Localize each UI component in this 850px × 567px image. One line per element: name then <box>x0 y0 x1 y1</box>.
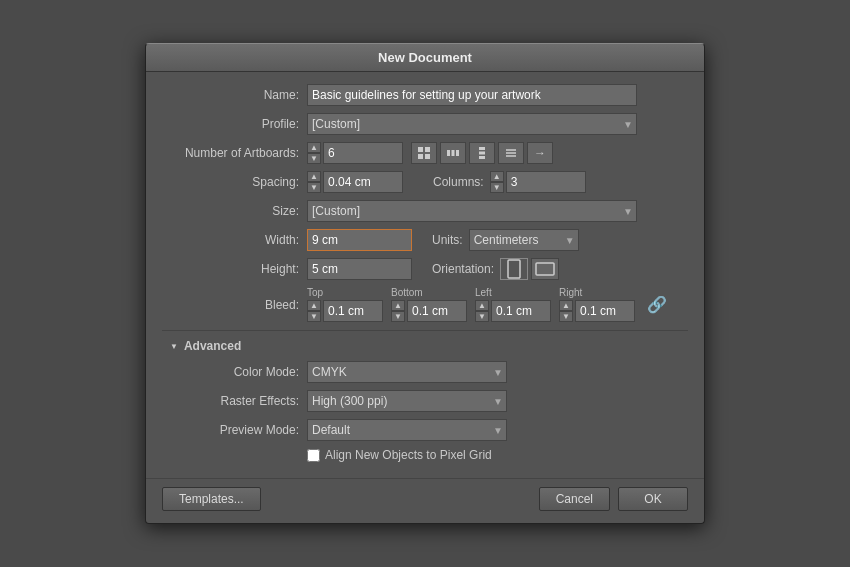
grid-layout-icon[interactable] <box>411 142 437 164</box>
color-mode-label: Color Mode: <box>162 365 307 379</box>
svg-rect-5 <box>452 150 455 156</box>
arrow-right-icon[interactable]: → <box>527 142 553 164</box>
bleed-bottom-down[interactable]: ▼ <box>391 311 405 322</box>
bleed-top-field: Top ▲ ▼ <box>307 287 383 322</box>
columns-spinner-btns: ▲ ▼ <box>490 171 504 193</box>
cancel-button[interactable]: Cancel <box>539 487 610 511</box>
columns-down-btn[interactable]: ▼ <box>490 182 504 193</box>
artboards-row: Number of Artboards: ▲ ▼ <box>162 142 688 164</box>
color-mode-select[interactable]: CMYK RGB <box>307 361 507 383</box>
col-layout-icon[interactable] <box>469 142 495 164</box>
ok-button[interactable]: OK <box>618 487 688 511</box>
bleed-left-input[interactable] <box>491 300 551 322</box>
size-select-wrapper: [Custom] ▼ <box>307 200 637 222</box>
bleed-right-spinner: ▲ ▼ <box>559 300 635 322</box>
bleed-top-input[interactable] <box>323 300 383 322</box>
artboards-down-btn[interactable]: ▼ <box>307 153 321 164</box>
height-label: Height: <box>162 262 307 276</box>
svg-rect-3 <box>425 154 430 159</box>
bleed-right-input[interactable] <box>575 300 635 322</box>
divider <box>162 330 688 331</box>
bleed-left-btns: ▲ ▼ <box>475 300 489 322</box>
bleed-top-up[interactable]: ▲ <box>307 300 321 311</box>
spacing-down-btn[interactable]: ▼ <box>307 182 321 193</box>
portrait-orientation-btn[interactable] <box>500 258 528 280</box>
width-row: Width: Units: Centimeters Millimeters In… <box>162 229 688 251</box>
profile-select-wrapper: [Custom] ▼ <box>307 113 637 135</box>
align-pixel-checkbox[interactable] <box>307 449 320 462</box>
width-label: Width: <box>162 233 307 247</box>
row-layout-icon[interactable] <box>440 142 466 164</box>
preview-select-wrapper: Default Pixel Overprint ▼ <box>307 419 507 441</box>
svg-rect-7 <box>479 147 485 150</box>
orientation-group: Orientation: <box>432 258 559 280</box>
bleed-bottom-input[interactable] <box>407 300 467 322</box>
units-select[interactable]: Centimeters Millimeters Inches Points Pi… <box>469 229 579 251</box>
bleed-top-spinner: ▲ ▼ <box>307 300 383 322</box>
bleed-top-label: Top <box>307 287 323 298</box>
bleed-bottom-up[interactable]: ▲ <box>391 300 405 311</box>
bleed-top-down[interactable]: ▼ <box>307 311 321 322</box>
svg-rect-2 <box>418 154 423 159</box>
landscape-orientation-btn[interactable] <box>531 258 559 280</box>
size-select[interactable]: [Custom] <box>307 200 637 222</box>
bleed-right-down[interactable]: ▼ <box>559 311 573 322</box>
height-input[interactable] <box>307 258 412 280</box>
profile-label: Profile: <box>162 117 307 131</box>
name-input[interactable] <box>307 84 637 106</box>
raster-select[interactable]: High (300 ppi) Medium (150 ppi) Low (72 … <box>307 390 507 412</box>
spacing-input[interactable] <box>323 171 403 193</box>
spacing-up-btn[interactable]: ▲ <box>307 171 321 182</box>
bleed-right-up[interactable]: ▲ <box>559 300 573 311</box>
units-group: Units: Centimeters Millimeters Inches Po… <box>432 229 579 251</box>
advanced-section: ▼ Advanced Color Mode: CMYK RGB ▼ Raster… <box>162 339 688 462</box>
artboards-spinner: ▲ ▼ <box>307 142 403 164</box>
arrange-down-icon[interactable] <box>498 142 524 164</box>
advanced-header[interactable]: ▼ Advanced <box>162 339 688 353</box>
bleed-link-icon[interactable]: 🔗 <box>647 295 667 314</box>
svg-rect-1 <box>425 147 430 152</box>
artboards-up-btn[interactable]: ▲ <box>307 142 321 153</box>
columns-up-btn[interactable]: ▲ <box>490 171 504 182</box>
name-row: Name: <box>162 84 688 106</box>
columns-input[interactable] <box>506 171 586 193</box>
templates-button[interactable]: Templates... <box>162 487 261 511</box>
bleed-left-up[interactable]: ▲ <box>475 300 489 311</box>
svg-rect-13 <box>508 260 520 278</box>
artboards-input[interactable] <box>323 142 403 164</box>
artboards-label: Number of Artboards: <box>162 146 307 160</box>
bleed-left-spinner: ▲ ▼ <box>475 300 551 322</box>
svg-rect-9 <box>479 156 485 159</box>
preview-select[interactable]: Default Pixel Overprint <box>307 419 507 441</box>
raster-select-wrapper: High (300 ppi) Medium (150 ppi) Low (72 … <box>307 390 507 412</box>
spacing-label: Spacing: <box>162 175 307 189</box>
bleed-bottom-spinner: ▲ ▼ <box>391 300 467 322</box>
bleed-right-btns: ▲ ▼ <box>559 300 573 322</box>
svg-rect-0 <box>418 147 423 152</box>
advanced-triangle-icon: ▼ <box>170 342 178 351</box>
profile-select[interactable]: [Custom] <box>307 113 637 135</box>
dialog-body: Name: Profile: [Custom] ▼ Number of Artb… <box>146 72 704 478</box>
orientation-label: Orientation: <box>432 262 494 276</box>
align-pixel-label: Align New Objects to Pixel Grid <box>325 448 492 462</box>
bleed-right-label: Right <box>559 287 582 298</box>
color-mode-row: Color Mode: CMYK RGB ▼ <box>162 361 688 383</box>
bleed-right-field: Right ▲ ▼ <box>559 287 635 322</box>
height-row: Height: Orientation: <box>162 258 688 280</box>
svg-rect-8 <box>479 152 485 155</box>
svg-rect-4 <box>447 150 450 156</box>
bleed-left-field: Left ▲ ▼ <box>475 287 551 322</box>
bleed-label: Bleed: <box>162 298 307 312</box>
units-select-wrapper: Centimeters Millimeters Inches Points Pi… <box>469 229 579 251</box>
dialog-footer: Templates... Cancel OK <box>146 478 704 523</box>
spacing-row: Spacing: ▲ ▼ Columns: ▲ ▼ <box>162 171 688 193</box>
size-row: Size: [Custom] ▼ <box>162 200 688 222</box>
width-input[interactable] <box>307 229 412 251</box>
dialog-title: New Document <box>146 44 704 72</box>
artboard-layout-icons: → <box>411 142 553 164</box>
columns-spinner: ▲ ▼ <box>490 171 586 193</box>
preview-label: Preview Mode: <box>162 423 307 437</box>
raster-row: Raster Effects: High (300 ppi) Medium (1… <box>162 390 688 412</box>
columns-group: Columns: ▲ ▼ <box>433 171 586 193</box>
bleed-left-down[interactable]: ▼ <box>475 311 489 322</box>
